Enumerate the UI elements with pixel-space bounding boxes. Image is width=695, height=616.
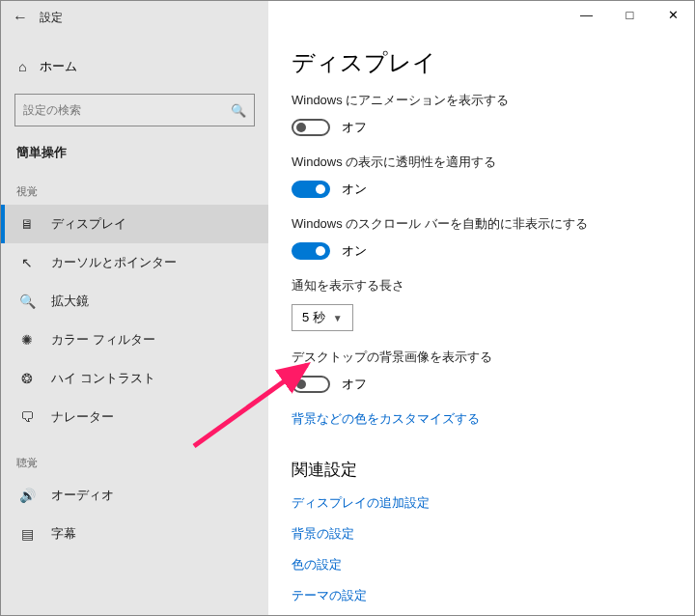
- sidebar-item-color-filters[interactable]: ✺ カラー フィルター: [1, 321, 268, 359]
- sidebar-item-audio[interactable]: 🔊 オーディオ: [1, 476, 268, 515]
- customize-colors-link[interactable]: 背景などの色をカスタマイズする: [292, 410, 671, 428]
- sidebar-item-cursor[interactable]: ↖ カーソルとポインター: [1, 243, 268, 282]
- home-label: ホーム: [40, 58, 77, 75]
- sidebar-item-high-contrast[interactable]: ❂ ハイ コントラスト: [1, 359, 268, 398]
- select-value: 5 秒: [302, 309, 325, 326]
- related-link-color[interactable]: 色の設定: [292, 556, 671, 574]
- setting-label: 通知を表示する長さ: [292, 277, 671, 294]
- toggle-animations[interactable]: [292, 119, 330, 136]
- section-header-hearing: 聴覚: [1, 436, 268, 476]
- audio-icon: 🔊: [18, 488, 36, 503]
- back-button[interactable]: ←: [1, 9, 40, 26]
- setting-label: デスクトップの背景画像を表示する: [292, 349, 671, 366]
- display-icon: 🖥: [18, 216, 36, 232]
- sidebar-item-label: ディスプレイ: [51, 215, 126, 233]
- sidebar-item-captions[interactable]: ▤ 字幕: [1, 515, 268, 553]
- sidebar-item-narrator[interactable]: 🗨 ナレーター: [1, 398, 268, 436]
- related-link-background[interactable]: 背景の設定: [292, 525, 671, 543]
- main-content: ディスプレイ Windows にアニメーションを表示する オフ Windows …: [268, 1, 694, 615]
- section-header-visual: 視覚: [1, 165, 268, 205]
- magnifier-icon: 🔍: [18, 294, 36, 309]
- chevron-down-icon: ▼: [333, 313, 343, 323]
- color-filter-icon: ✺: [18, 332, 36, 348]
- sidebar-item-label: オーディオ: [51, 487, 114, 504]
- sidebar: ← 設定 ⌂ ホーム 設定の検索 🔍 簡単操作 視覚 🖥 ディスプレイ ↖ カー…: [1, 1, 268, 615]
- home-icon: ⌂: [18, 59, 26, 74]
- sidebar-item-label: ナレーター: [51, 408, 114, 426]
- toggle-state-label: オフ: [342, 376, 367, 393]
- search-icon: 🔍: [231, 103, 246, 118]
- sidebar-item-magnifier[interactable]: 🔍 拡大鏡: [1, 282, 268, 321]
- category-header: 簡単操作: [1, 138, 268, 165]
- page-title: ディスプレイ: [292, 47, 671, 78]
- sidebar-item-label: 拡大鏡: [51, 293, 89, 310]
- sidebar-item-label: ハイ コントラスト: [51, 370, 155, 387]
- toggle-transparency[interactable]: [292, 181, 330, 198]
- setting-label: Windows の表示に透明性を適用する: [292, 154, 671, 171]
- minimize-button[interactable]: ―: [565, 0, 608, 29]
- sidebar-item-label: カラー フィルター: [51, 331, 155, 349]
- search-input[interactable]: 設定の検索 🔍: [14, 94, 255, 126]
- notification-duration-select[interactable]: 5 秒 ▼: [292, 304, 353, 331]
- captions-icon: ▤: [18, 526, 36, 542]
- toggle-state-label: オフ: [342, 119, 367, 136]
- cursor-icon: ↖: [18, 255, 36, 270]
- close-button[interactable]: ✕: [652, 0, 695, 29]
- toggle-scrollbars[interactable]: [292, 242, 330, 260]
- toggle-state-label: オン: [342, 242, 367, 260]
- window-title: 設定: [40, 10, 63, 26]
- search-placeholder: 設定の検索: [23, 102, 81, 119]
- maximize-button[interactable]: □: [608, 0, 652, 29]
- setting-label: Windows のスクロール バーを自動的に非表示にする: [292, 215, 671, 233]
- sidebar-item-display[interactable]: 🖥 ディスプレイ: [1, 205, 268, 243]
- home-button[interactable]: ⌂ ホーム: [1, 47, 268, 86]
- sidebar-item-label: 字幕: [51, 525, 76, 543]
- setting-label: Windows にアニメーションを表示する: [292, 92, 671, 109]
- narrator-icon: 🗨: [18, 409, 36, 425]
- toggle-state-label: オン: [342, 181, 367, 198]
- related-link-display[interactable]: ディスプレイの追加設定: [292, 494, 671, 512]
- sidebar-item-label: カーソルとポインター: [51, 254, 177, 271]
- related-settings-header: 関連設定: [292, 459, 671, 481]
- high-contrast-icon: ❂: [18, 371, 36, 386]
- related-link-theme[interactable]: テーマの設定: [292, 587, 671, 604]
- toggle-desktop-background[interactable]: [292, 376, 330, 393]
